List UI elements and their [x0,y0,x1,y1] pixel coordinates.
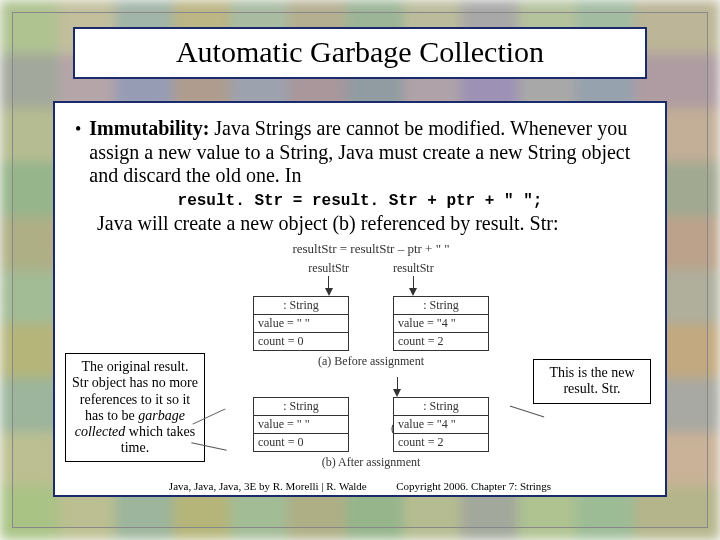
bullet-lead: Immutability: [89,117,209,139]
obj-field: value = "4 " [394,416,488,434]
code-line: result. Str = result. Str + ptr + " "; [75,192,645,210]
arrow-stem-icon [328,276,329,288]
obj-field: count = 2 [394,434,488,451]
bullet-dot-icon: • [75,117,81,188]
bullet-item: • Immutability: Java Strings are cannot … [75,117,645,188]
obj-field: value = " " [254,315,348,333]
label-resultstr-left: resultStr [308,261,349,276]
arrow-down-icon [393,389,401,397]
obj-header: : String [394,297,488,315]
title-box: Automatic Garbage Collection [73,27,647,79]
bullet-text: Immutability: Java Strings are cannot be… [89,117,645,188]
slide-frame: Automatic Garbage Collection • Immutabil… [12,12,708,528]
obj-field: count = 2 [394,333,488,350]
before-row: : String value = " " count = 0 : String … [227,296,515,351]
arrow-stem-icon [397,377,398,389]
label-resultstr-right: resultStr [393,261,434,276]
diagram-code-label: resultStr = resultStr – ptr + " " [227,241,515,257]
string-object-before-right: : String value = "4 " count = 2 [393,296,489,351]
string-object-after-right: : String value = "4 " count = 2 [393,397,489,452]
continuation-text: Java will create a new object (b) refere… [97,212,645,236]
obj-field: value = " " [254,416,348,434]
after-arrows [227,377,515,397]
arrow-down-icon [409,288,417,296]
obj-header: : String [394,398,488,416]
arrow-down-icon [325,288,333,296]
obj-header: : String [254,398,348,416]
arrow-stem-icon [413,276,414,288]
before-labels: resultStr resultStr [227,261,515,296]
obj-field: count = 0 [254,434,348,451]
string-object-before-left: : String value = " " count = 0 [253,296,349,351]
string-object-after-left: : String value = " " count = 0 [253,397,349,452]
body-box: • Immutability: Java Strings are cannot … [53,101,667,497]
obj-field: count = 0 [254,333,348,350]
obj-header: : String [254,297,348,315]
diagram-area: The original result. Str object has no m… [75,241,645,501]
annot-left-t2: which takes time. [121,424,195,455]
diagram-center: resultStr = resultStr – ptr + " " result… [227,241,515,501]
caption-after: (b) After assignment [227,455,515,470]
footer: Java, Java, Java, 3E by R. Morelli | R. … [55,480,665,492]
annotation-left: The original result. Str object has no m… [65,353,205,462]
caption-before: (a) Before assignment [227,354,515,369]
footer-right: Copyright 2006. Chapter 7: Strings [396,480,551,492]
after-row: : String value = " " count = 0 : String … [227,397,515,452]
annotation-right: This is the new result. Str. [533,359,651,403]
obj-field: value = "4 " [394,315,488,333]
slide-title: Automatic Garbage Collection [75,35,645,69]
footer-left: Java, Java, Java, 3E by R. Morelli | R. … [169,480,367,492]
